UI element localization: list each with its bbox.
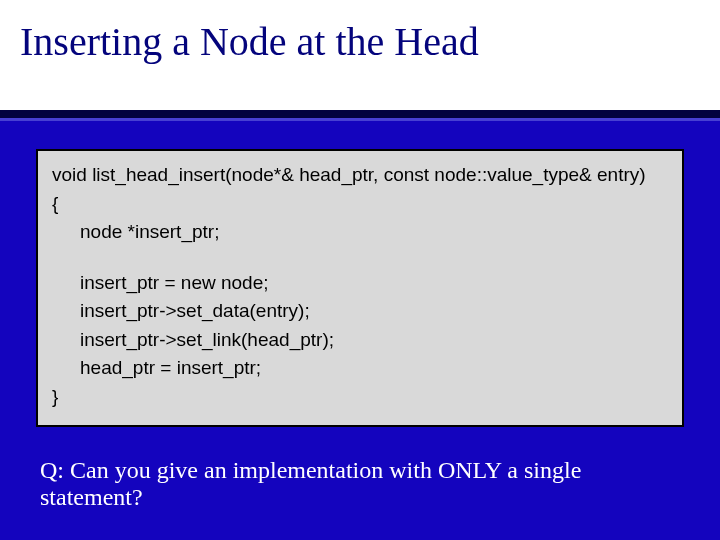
divider-light [0, 118, 720, 121]
code-signature: void list_head_insert(node*& head_ptr, c… [52, 161, 668, 190]
slide: Inserting a Node at the Head void list_h… [0, 0, 720, 540]
code-decl: node *insert_ptr; [52, 218, 668, 247]
title-area: Inserting a Node at the Head [0, 0, 720, 110]
code-block: void list_head_insert(node*& head_ptr, c… [36, 149, 684, 427]
code-line-new: insert_ptr = new node; [52, 269, 668, 298]
code-open-brace: { [52, 190, 668, 219]
code-blank-line [52, 247, 668, 269]
code-line-assign-head: head_ptr = insert_ptr; [52, 354, 668, 383]
code-close-brace: } [52, 383, 668, 412]
divider-dark [0, 110, 720, 118]
question-text: Q: Can you give an implementation with O… [36, 457, 684, 511]
code-line-set-data: insert_ptr->set_data(entry); [52, 297, 668, 326]
content-area: void list_head_insert(node*& head_ptr, c… [0, 121, 720, 511]
code-line-set-link: insert_ptr->set_link(head_ptr); [52, 326, 668, 355]
slide-title: Inserting a Node at the Head [20, 18, 700, 65]
